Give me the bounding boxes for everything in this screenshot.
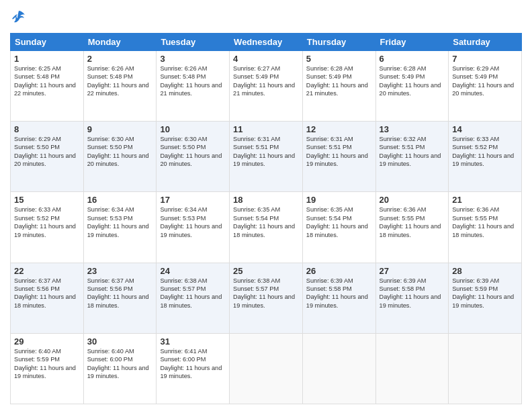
day-number: 7 bbox=[452, 54, 518, 64]
day-info: Sunrise: 6:35 AMSunset: 5:54 PMDaylight:… bbox=[306, 205, 372, 239]
day-info: Sunrise: 6:26 AMSunset: 5:48 PMDaylight:… bbox=[87, 64, 153, 98]
calendar-cell: 18Sunrise: 6:35 AMSunset: 5:54 PMDayligh… bbox=[230, 192, 303, 263]
day-number: 25 bbox=[233, 266, 299, 276]
calendar-cell: 8Sunrise: 6:29 AMSunset: 5:50 PMDaylight… bbox=[11, 122, 84, 192]
calendar-cell: 14Sunrise: 6:33 AMSunset: 5:52 PMDayligh… bbox=[449, 122, 522, 192]
calendar-cell: 4Sunrise: 6:27 AMSunset: 5:49 PMDaylight… bbox=[230, 50, 303, 121]
calendar-header-row: SundayMondayTuesdayWednesdayThursdayFrid… bbox=[11, 33, 522, 50]
calendar-cell: 28Sunrise: 6:39 AMSunset: 5:59 PMDayligh… bbox=[449, 263, 522, 333]
day-info: Sunrise: 6:38 AMSunset: 5:57 PMDaylight:… bbox=[233, 277, 299, 310]
day-number: 4 bbox=[233, 54, 299, 64]
day-info: Sunrise: 6:36 AMSunset: 5:55 PMDaylight:… bbox=[380, 205, 445, 239]
day-number: 12 bbox=[306, 124, 372, 134]
calendar-cell bbox=[375, 333, 449, 404]
calendar-cell: 2Sunrise: 6:26 AMSunset: 5:48 PMDaylight… bbox=[83, 50, 157, 121]
day-number: 21 bbox=[452, 195, 518, 205]
calendar-cell: 29Sunrise: 6:40 AMSunset: 5:59 PMDayligh… bbox=[11, 333, 84, 404]
day-info: Sunrise: 6:40 AMSunset: 6:00 PMDaylight:… bbox=[87, 347, 153, 381]
day-number: 16 bbox=[87, 195, 153, 205]
calendar-cell: 23Sunrise: 6:37 AMSunset: 5:56 PMDayligh… bbox=[83, 263, 157, 333]
logo bbox=[10, 9, 26, 28]
day-info: Sunrise: 6:28 AMSunset: 5:49 PMDaylight:… bbox=[380, 64, 445, 98]
calendar-cell: 1Sunrise: 6:25 AMSunset: 5:48 PMDaylight… bbox=[11, 50, 84, 121]
day-number: 3 bbox=[160, 54, 226, 64]
day-info: Sunrise: 6:34 AMSunset: 5:53 PMDaylight:… bbox=[160, 205, 226, 239]
day-number: 6 bbox=[380, 54, 445, 64]
day-number: 15 bbox=[14, 195, 80, 205]
day-number: 28 bbox=[452, 266, 518, 276]
calendar-week-row: 1Sunrise: 6:25 AMSunset: 5:48 PMDaylight… bbox=[11, 50, 522, 121]
day-number: 26 bbox=[306, 266, 372, 276]
calendar-week-row: 29Sunrise: 6:40 AMSunset: 5:59 PMDayligh… bbox=[11, 333, 522, 404]
header bbox=[10, 7, 522, 28]
day-number: 24 bbox=[160, 266, 226, 276]
day-number: 14 bbox=[452, 124, 518, 134]
calendar-cell: 27Sunrise: 6:39 AMSunset: 5:58 PMDayligh… bbox=[375, 263, 449, 333]
day-info: Sunrise: 6:29 AMSunset: 5:50 PMDaylight:… bbox=[14, 135, 80, 169]
calendar-table: SundayMondayTuesdayWednesdayThursdayFrid… bbox=[10, 33, 522, 404]
calendar-cell: 11Sunrise: 6:31 AMSunset: 5:51 PMDayligh… bbox=[230, 122, 303, 192]
day-number: 19 bbox=[306, 195, 372, 205]
day-info: Sunrise: 6:39 AMSunset: 5:59 PMDaylight:… bbox=[452, 277, 518, 310]
calendar-week-row: 22Sunrise: 6:37 AMSunset: 5:56 PMDayligh… bbox=[11, 263, 522, 333]
day-info: Sunrise: 6:37 AMSunset: 5:56 PMDaylight:… bbox=[14, 277, 80, 310]
day-info: Sunrise: 6:37 AMSunset: 5:56 PMDaylight:… bbox=[87, 277, 153, 310]
day-info: Sunrise: 6:33 AMSunset: 5:52 PMDaylight:… bbox=[14, 205, 80, 239]
day-info: Sunrise: 6:39 AMSunset: 5:58 PMDaylight:… bbox=[306, 277, 372, 310]
day-number: 22 bbox=[14, 266, 80, 276]
day-info: Sunrise: 6:40 AMSunset: 5:59 PMDaylight:… bbox=[14, 347, 80, 381]
day-info: Sunrise: 6:31 AMSunset: 5:51 PMDaylight:… bbox=[306, 135, 372, 169]
logo-text bbox=[10, 9, 26, 28]
weekday-header-wednesday: Wednesday bbox=[230, 33, 303, 50]
calendar-cell: 15Sunrise: 6:33 AMSunset: 5:52 PMDayligh… bbox=[11, 192, 84, 263]
calendar-week-row: 15Sunrise: 6:33 AMSunset: 5:52 PMDayligh… bbox=[11, 192, 522, 263]
calendar-cell: 31Sunrise: 6:41 AMSunset: 6:00 PMDayligh… bbox=[157, 333, 230, 404]
day-number: 1 bbox=[14, 54, 80, 64]
calendar-cell: 24Sunrise: 6:38 AMSunset: 5:57 PMDayligh… bbox=[157, 263, 230, 333]
day-number: 29 bbox=[14, 336, 80, 347]
weekday-header-saturday: Saturday bbox=[449, 33, 522, 50]
day-number: 31 bbox=[160, 336, 226, 347]
calendar-cell: 10Sunrise: 6:30 AMSunset: 5:50 PMDayligh… bbox=[157, 122, 230, 192]
calendar-cell bbox=[449, 333, 522, 404]
weekday-header-tuesday: Tuesday bbox=[157, 33, 230, 50]
day-info: Sunrise: 6:30 AMSunset: 5:50 PMDaylight:… bbox=[87, 135, 153, 169]
calendar-cell: 30Sunrise: 6:40 AMSunset: 6:00 PMDayligh… bbox=[83, 333, 157, 404]
calendar-cell: 21Sunrise: 6:36 AMSunset: 5:55 PMDayligh… bbox=[449, 192, 522, 263]
calendar-cell: 5Sunrise: 6:28 AMSunset: 5:49 PMDaylight… bbox=[302, 50, 375, 121]
page: SundayMondayTuesdayWednesdayThursdayFrid… bbox=[0, 0, 532, 411]
day-number: 8 bbox=[14, 124, 80, 134]
day-number: 5 bbox=[306, 54, 372, 64]
weekday-header-friday: Friday bbox=[375, 33, 449, 50]
calendar-cell: 19Sunrise: 6:35 AMSunset: 5:54 PMDayligh… bbox=[302, 192, 375, 263]
day-info: Sunrise: 6:35 AMSunset: 5:54 PMDaylight:… bbox=[233, 205, 299, 239]
calendar-cell: 16Sunrise: 6:34 AMSunset: 5:53 PMDayligh… bbox=[83, 192, 157, 263]
day-info: Sunrise: 6:39 AMSunset: 5:58 PMDaylight:… bbox=[380, 277, 445, 310]
calendar-cell: 12Sunrise: 6:31 AMSunset: 5:51 PMDayligh… bbox=[302, 122, 375, 192]
day-number: 23 bbox=[87, 266, 153, 276]
calendar-cell: 3Sunrise: 6:26 AMSunset: 5:48 PMDaylight… bbox=[157, 50, 230, 121]
day-number: 27 bbox=[380, 266, 445, 276]
weekday-header-sunday: Sunday bbox=[11, 33, 84, 50]
calendar-cell: 13Sunrise: 6:32 AMSunset: 5:51 PMDayligh… bbox=[375, 122, 449, 192]
calendar-cell bbox=[302, 333, 375, 404]
day-number: 20 bbox=[380, 195, 445, 205]
day-info: Sunrise: 6:31 AMSunset: 5:51 PMDaylight:… bbox=[233, 135, 299, 169]
day-number: 30 bbox=[87, 336, 153, 347]
calendar-cell: 17Sunrise: 6:34 AMSunset: 5:53 PMDayligh… bbox=[157, 192, 230, 263]
calendar-cell: 20Sunrise: 6:36 AMSunset: 5:55 PMDayligh… bbox=[375, 192, 449, 263]
calendar-cell: 9Sunrise: 6:30 AMSunset: 5:50 PMDaylight… bbox=[83, 122, 157, 192]
weekday-header-thursday: Thursday bbox=[302, 33, 375, 50]
day-number: 2 bbox=[87, 54, 153, 64]
day-number: 10 bbox=[160, 124, 226, 134]
day-number: 17 bbox=[160, 195, 226, 205]
calendar-cell: 25Sunrise: 6:38 AMSunset: 5:57 PMDayligh… bbox=[230, 263, 303, 333]
day-info: Sunrise: 6:36 AMSunset: 5:55 PMDaylight:… bbox=[452, 205, 518, 239]
day-info: Sunrise: 6:33 AMSunset: 5:52 PMDaylight:… bbox=[452, 135, 518, 169]
calendar-cell bbox=[230, 333, 303, 404]
day-number: 9 bbox=[87, 124, 153, 134]
calendar-cell: 6Sunrise: 6:28 AMSunset: 5:49 PMDaylight… bbox=[375, 50, 449, 121]
day-info: Sunrise: 6:41 AMSunset: 6:00 PMDaylight:… bbox=[160, 347, 226, 381]
calendar-cell: 22Sunrise: 6:37 AMSunset: 5:56 PMDayligh… bbox=[11, 263, 84, 333]
calendar-cell: 7Sunrise: 6:29 AMSunset: 5:49 PMDaylight… bbox=[449, 50, 522, 121]
